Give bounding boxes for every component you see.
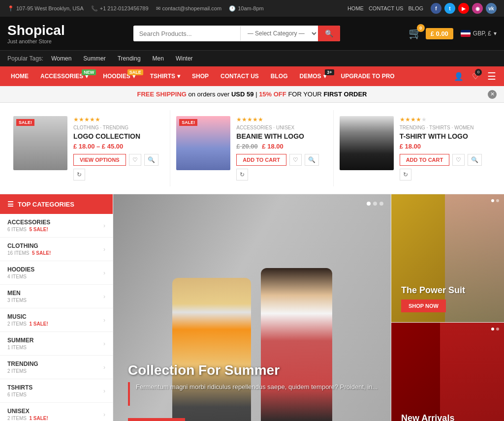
flag-icon xyxy=(461,30,471,37)
wishlist-icon-3[interactable]: ♡ xyxy=(452,154,465,166)
sidebar-item-summer[interactable]: SUMMER 1 ITEMS › xyxy=(0,332,113,356)
chevron-right-icon: › xyxy=(103,340,105,347)
banner-dot-3[interactable] xyxy=(379,202,383,206)
product-name-2[interactable]: BEANIE WITH LOGO xyxy=(236,132,327,140)
wishlist-icon-1[interactable]: ♡ xyxy=(129,154,141,166)
search-input[interactable] xyxy=(133,26,240,41)
banner-shop-now-button[interactable]: SHOP NOW xyxy=(128,418,185,421)
sidebar: ☰ TOP CATEGORIES ACCESSORIES 6 ITEMS 5 S… xyxy=(0,194,113,421)
instagram-icon[interactable]: ◉ xyxy=(472,3,483,14)
refresh-icon-1[interactable]: ↻ xyxy=(73,169,85,180)
price-new-2: £ 18.00 xyxy=(262,143,283,150)
social-icons: f t ▶ ◉ vk xyxy=(431,3,497,14)
nav-accessories[interactable]: ACCESSORIES ▾ NEW xyxy=(34,67,97,86)
view-options-button-1[interactable]: VIEW OPTIONS xyxy=(73,154,126,166)
product-price-2: £ 20.00 £ 18.00 xyxy=(236,143,327,150)
search-icon-2[interactable]: 🔍 xyxy=(305,154,319,166)
product-stars-3: ★★★★★ xyxy=(400,116,491,123)
chevron-right-icon: › xyxy=(103,246,105,253)
twitter-icon[interactable]: t xyxy=(444,3,455,14)
chevron-right-icon: › xyxy=(103,364,105,371)
nav-contact[interactable]: CONTACT US xyxy=(215,67,265,86)
sidebar-item-hoodies[interactable]: HOODIES 4 ITEMS › xyxy=(0,261,113,285)
tag-men[interactable]: Men xyxy=(149,54,168,63)
sidebar-item-music[interactable]: MUSIC 2 ITEMS 1 SALE! › xyxy=(0,308,113,332)
main-content: ☰ TOP CATEGORIES ACCESSORIES 6 ITEMS 5 S… xyxy=(0,194,504,421)
rb-dot-4[interactable] xyxy=(496,328,499,331)
wishlist-button[interactable]: ♡ 0 xyxy=(469,68,482,85)
search-area: — Select Category — 🔍 xyxy=(133,26,340,41)
banner-dot-1[interactable] xyxy=(367,202,371,206)
promo-amount: USD 59 xyxy=(231,90,254,98)
rb-dot-3[interactable] xyxy=(491,328,494,331)
nav-tshirts[interactable]: TSHIRTS ▾ xyxy=(144,67,186,86)
search-icon-3[interactable]: 🔍 xyxy=(468,154,482,166)
nav-blog[interactable]: BLOG xyxy=(265,67,294,86)
chevron-right-icon: › xyxy=(103,388,105,394)
product-card-2: SALE! ★★★★★ ACCESSORIES · UNISEX BEANIE … xyxy=(170,110,333,186)
sidebar-item-clothing[interactable]: CLOTHING 16 ITEMS 5 SALE! › xyxy=(0,238,113,261)
product-actions-3: ADD TO CART ♡ 🔍 ↻ xyxy=(400,154,491,180)
account-button[interactable]: 👤 xyxy=(451,68,467,85)
price-range-3: £ 18.00 xyxy=(400,143,421,150)
tag-winter[interactable]: Winter xyxy=(172,54,197,63)
banner-title: Collection For Summer xyxy=(128,362,381,378)
right-banner-power-suit: The Power Suit SHOP NOW xyxy=(391,194,504,323)
sidebar-item-accessories[interactable]: ACCESSORIES 6 ITEMS 5 SALE! › xyxy=(0,214,113,238)
product-image-3 xyxy=(340,116,394,170)
nav-demos[interactable]: DEMOS ▾ 3+ xyxy=(294,67,335,86)
product-cats-2: ACCESSORIES · UNISEX xyxy=(236,125,327,130)
search-icon-1[interactable]: 🔍 xyxy=(144,154,158,166)
youtube-icon[interactable]: ▶ xyxy=(458,3,469,14)
add-to-cart-button-2[interactable]: ADD TO CART xyxy=(236,154,286,166)
product-price-1: £ 18.00 – £ 45.00 xyxy=(73,143,164,150)
header-right: 🛒 0 £ 0.00 GBP, £ ▾ xyxy=(409,27,497,40)
product-name-3[interactable]: T-SHIRT WITH LOGO xyxy=(400,132,491,140)
price-range-1: £ 18.00 – £ 45.00 xyxy=(73,143,123,150)
refresh-icon-3[interactable]: ↻ xyxy=(400,169,411,180)
chevron-right-icon: › xyxy=(103,222,105,229)
tagline: Just another Store xyxy=(7,38,65,44)
hamburger-menu[interactable]: ☰ xyxy=(484,66,499,86)
chevron-right-icon: › xyxy=(103,270,105,276)
tag-summer[interactable]: Summer xyxy=(79,54,109,63)
nav-shop[interactable]: SHOP xyxy=(186,67,215,86)
product-name-1[interactable]: LOGO COLLECTION xyxy=(73,132,164,140)
sidebar-item-trending[interactable]: TRENDING 2 ITEMS › xyxy=(0,356,113,379)
add-to-cart-button-3[interactable]: ADD TO CART xyxy=(400,154,450,166)
product-stars-1: ★★★★★ xyxy=(73,116,164,123)
product-card-3: ★★★★★ TRENDING · TSHIRTS · WOMEN T-SHIRT… xyxy=(334,110,497,186)
facebook-icon[interactable]: f xyxy=(431,3,441,14)
top-nav-contact[interactable]: CONTACT US xyxy=(369,5,404,11)
tag-trending[interactable]: Trending xyxy=(114,54,145,63)
rb-dot-2[interactable] xyxy=(496,199,499,202)
nav-home[interactable]: HOME xyxy=(5,67,34,86)
logo[interactable]: Shopical xyxy=(7,23,65,38)
chevron-down-icon: ▾ xyxy=(177,73,180,80)
nav-upgrade[interactable]: UPGRADE TO PRO xyxy=(335,67,401,86)
currency-selector[interactable]: GBP, £ ▾ xyxy=(461,30,497,37)
right-banner-btn-1[interactable]: SHOP NOW xyxy=(401,300,446,312)
cart-area[interactable]: 🛒 0 £ 0.00 xyxy=(409,27,453,40)
hours: 🕐 10am-8pm xyxy=(229,5,264,12)
wishlist-icon-2[interactable]: ♡ xyxy=(289,154,302,166)
top-nav-blog[interactable]: BLOG xyxy=(408,5,423,11)
top-nav-links: HOME CONTACT US BLOG xyxy=(347,5,423,11)
top-nav-home[interactable]: HOME xyxy=(347,5,364,11)
search-button[interactable]: 🔍 xyxy=(318,26,340,41)
promo-free-shipping: FREE SHIPPING xyxy=(137,90,186,98)
top-bar: 📍 107-95 West Brooklyn, USA 📞 +1 212-012… xyxy=(0,0,504,17)
sidebar-item-tshirts[interactable]: TSHIRTS 6 ITEMS › xyxy=(0,379,113,403)
banner-dot-2[interactable] xyxy=(373,202,377,206)
rb-dot-1[interactable] xyxy=(491,199,494,202)
vk-icon[interactable]: vk xyxy=(486,3,497,14)
sidebar-item-men[interactable]: MEN 3 ITEMS › xyxy=(0,285,113,308)
category-select[interactable]: — Select Category — xyxy=(241,27,318,40)
tag-women[interactable]: Women xyxy=(47,54,75,63)
refresh-icon-2[interactable]: ↻ xyxy=(236,169,248,180)
sidebar-item-unisex[interactable]: UNISEX 2 ITEMS 1 SALE! › xyxy=(0,403,113,421)
product-actions-2: ADD TO CART ♡ 🔍 ↻ xyxy=(236,154,327,180)
promo-15off: 15% OFF xyxy=(259,90,286,98)
promo-close-button[interactable]: ✕ xyxy=(488,90,497,99)
nav-hoodies[interactable]: HOODIES ▾ SALE xyxy=(97,67,144,86)
